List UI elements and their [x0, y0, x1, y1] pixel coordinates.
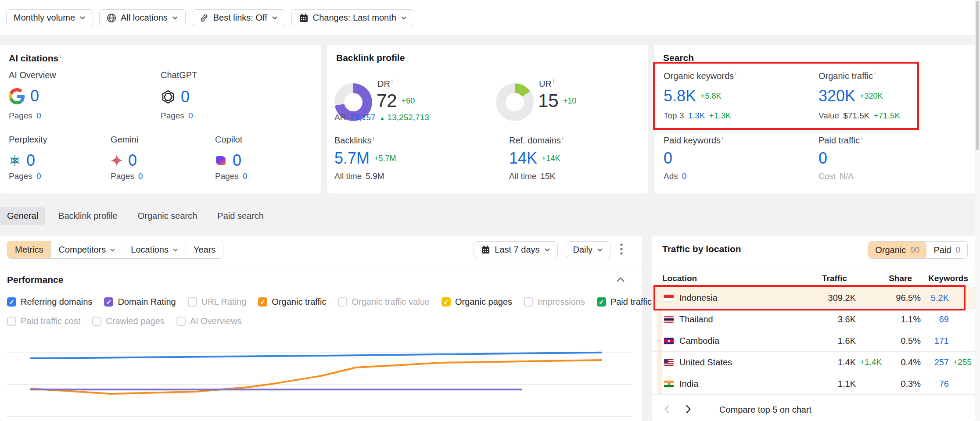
changes-filter-label: Changes: Last month	[313, 13, 396, 23]
checkbox-paid-traffic-cost[interactable]: ✓Paid traffic cost	[7, 316, 80, 326]
checkbox-referring-domains[interactable]: ✓Referring domains	[7, 297, 92, 307]
checkbox-domain-rating[interactable]: ✓Domain Rating	[104, 297, 176, 307]
gemini-pages-value[interactable]: 0	[138, 171, 143, 181]
checkbox-crawled-pages[interactable]: ✓Crawled pages	[92, 316, 164, 326]
toggle-paid[interactable]: Paid 0	[926, 242, 967, 258]
tab-general[interactable]: General	[0, 207, 45, 225]
best-links-filter[interactable]: Best links: Off	[192, 9, 285, 26]
collapse-section-icon[interactable]	[616, 276, 625, 284]
table-row-united-states[interactable]: United States 1.4K +1.4K 0.4% 257 +255	[652, 352, 975, 373]
info-icon: i	[562, 135, 564, 141]
keywords-link[interactable]: 76	[921, 379, 949, 389]
copilot-icon	[215, 154, 227, 167]
copilot-pages-value[interactable]: 0	[243, 171, 248, 181]
performance-chart	[0, 338, 642, 421]
filter-toolbar: Monthly volume All locations Best links:…	[0, 0, 980, 35]
traffic-type-toggle: Organic 90 Paid 0	[868, 241, 968, 259]
checkbox-organic-traffic-value[interactable]: ✓Organic traffic value	[338, 297, 430, 307]
organic-count: 90	[910, 245, 919, 255]
keywords-link[interactable]: 5.2K	[921, 293, 949, 303]
monthly-volume-filter[interactable]: Monthly volume	[6, 9, 93, 26]
monthly-volume-label: Monthly volume	[14, 13, 75, 23]
scrollbar-thumb[interactable]	[976, 1, 979, 150]
checkbox-url-rating[interactable]: ✓URL Rating	[188, 297, 247, 307]
checkbox-organic-pages[interactable]: ✓Organic pages	[442, 297, 512, 307]
checkbox-ai-overviews[interactable]: ✓AI Overviews	[176, 316, 242, 326]
flag-cambodia-icon	[664, 338, 674, 344]
col-location: Location	[652, 274, 798, 283]
traffic-value: 1.1K	[807, 379, 856, 389]
pages-label: Pages	[111, 171, 134, 181]
keywords-link[interactable]: 69	[921, 314, 949, 325]
checkbox-paid-traffic[interactable]: ✓Paid traffic	[597, 297, 652, 307]
organic-keywords-label: Organic keywordsi	[664, 70, 736, 81]
tab-backlink-profile[interactable]: Backlink profile	[51, 207, 125, 225]
metric-checkbox-row-1: ✓Referring domains ✓Domain Rating ✓URL R…	[7, 297, 652, 307]
chatgpt-pages-value[interactable]: 0	[188, 111, 193, 121]
organic-traffic-value[interactable]: 320K	[818, 87, 855, 105]
backlinks-label: Backlinksi	[334, 135, 374, 146]
paid-traffic-value[interactable]: 0	[818, 149, 827, 168]
paid-keywords-value[interactable]: 0	[664, 149, 672, 168]
chevron-down-icon	[401, 16, 407, 20]
ai-overview-citations-value[interactable]: 0	[30, 87, 39, 105]
prev-page-icon[interactable]	[662, 403, 672, 417]
best-links-label: Best links: Off	[213, 13, 267, 23]
chart-line-referring-domains	[31, 353, 601, 358]
share-value: 0.3%	[886, 379, 921, 389]
info-icon: i	[735, 70, 736, 77]
alltime-label: All time	[334, 171, 362, 181]
checkbox-organic-traffic[interactable]: ✓Organic traffic	[258, 297, 326, 307]
segment-locations[interactable]: Locations	[123, 241, 186, 258]
metric-checkbox-row-2: ✓Paid traffic cost ✓Crawled pages ✓AI Ov…	[7, 316, 242, 326]
keywords-change: +255	[949, 357, 975, 367]
locations-filter[interactable]: All locations	[99, 9, 186, 26]
copilot-citations-value[interactable]: 0	[233, 151, 241, 170]
search-panel: Search Organic keywordsi 5.8K +5.8K Top …	[654, 45, 975, 193]
granularity-selector[interactable]: Daily	[566, 241, 610, 258]
chart-mode-segments: Metrics Competitors Locations Years	[7, 241, 223, 259]
chevron-down-icon	[110, 248, 115, 252]
next-page-icon[interactable]	[683, 403, 693, 417]
keywords-link[interactable]: 171	[921, 336, 949, 346]
info-icon: i	[874, 70, 876, 77]
ref-domains-value[interactable]: 14K	[509, 149, 537, 168]
top3-value[interactable]: 1.3K	[688, 111, 705, 121]
table-row-indonesia[interactable]: Indonesia 309.2K 96.5% 5.2K	[652, 287, 975, 309]
chatgpt-citations-value[interactable]: 0	[181, 88, 190, 106]
tab-organic-search[interactable]: Organic search	[131, 207, 205, 225]
perplexity-citations-value[interactable]: 0	[26, 151, 35, 170]
info-icon: i	[373, 135, 374, 141]
segment-metrics[interactable]: Metrics	[7, 241, 50, 258]
segment-years[interactable]: Years	[186, 241, 223, 258]
chevron-down-icon	[172, 248, 178, 252]
pages-label: Pages	[9, 111, 32, 121]
gemini-citations-value[interactable]: 0	[128, 151, 137, 170]
changes-filter[interactable]: Changes: Last month	[291, 9, 414, 26]
kebab-menu-icon[interactable]	[618, 242, 625, 258]
url-rating-donut	[496, 83, 534, 121]
backlink-profile-title: Backlink profile	[336, 53, 405, 63]
perplexity-pages-value[interactable]: 0	[36, 171, 41, 181]
ar-value[interactable]: 73,157	[350, 113, 375, 122]
table-row-cambodia[interactable]: Cambodia 1.6K 0.5% 171	[652, 330, 975, 352]
google-icon	[9, 88, 25, 104]
compare-top5-button[interactable]: Compare top 5 on chart	[719, 405, 811, 415]
dr-label: DRi	[377, 78, 393, 89]
table-row-thailand[interactable]: Thailand 3.6K 1.1% 69	[652, 309, 975, 330]
organic-keywords-value[interactable]: 5.8K	[664, 87, 696, 105]
toggle-organic[interactable]: Organic 90	[868, 242, 926, 258]
top3-label: Top 3	[664, 111, 684, 121]
backlinks-value[interactable]: 5.7M	[334, 149, 370, 168]
table-row-india[interactable]: India 1.1K 0.3% 76	[652, 373, 975, 395]
ai-overview-pages-value[interactable]: 0	[36, 111, 41, 121]
date-range-selector[interactable]: Last 7 days	[474, 241, 557, 258]
ads-label: Ads	[664, 171, 678, 181]
checkbox-impressions[interactable]: ✓Impressions	[524, 297, 585, 307]
info-icon: i	[391, 78, 393, 85]
segment-competitors[interactable]: Competitors	[50, 241, 123, 258]
keywords-link[interactable]: 257	[921, 357, 949, 367]
tab-paid-search[interactable]: Paid search	[210, 207, 271, 225]
top3-change: +1.3K	[709, 111, 731, 121]
ads-value[interactable]: 0	[682, 171, 687, 181]
